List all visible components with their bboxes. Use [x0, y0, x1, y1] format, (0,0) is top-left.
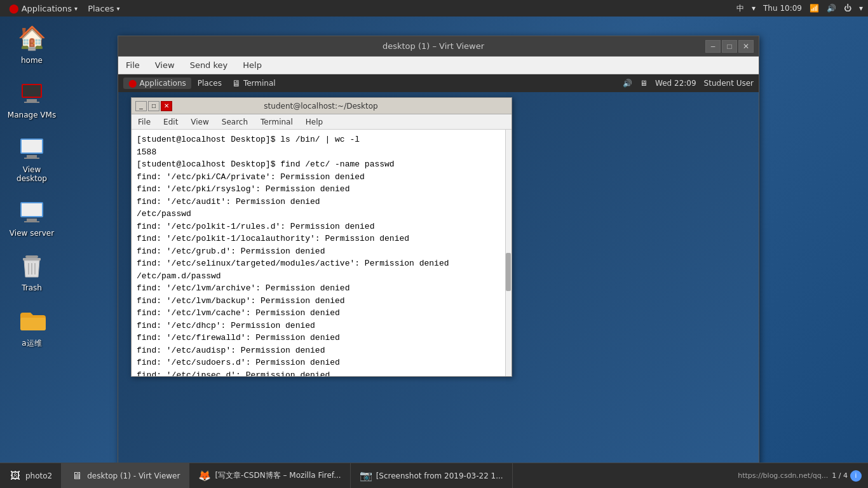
guest-applications-label: Applications — [139, 79, 186, 88]
terminal-line-1: 1588 — [137, 146, 499, 159]
terminal-content: [student@localhost Desktop]$ ls /bin/ | … — [137, 133, 506, 376]
host-applications-menu[interactable]: ⬤ Applications ▾ — [5, 2, 81, 15]
guest-places-label: Places — [198, 79, 222, 88]
svg-rect-7 — [22, 140, 42, 152]
guest-terminal-menu[interactable]: 🖥 Terminal — [228, 77, 280, 90]
terminal-scroll-thumb[interactable] — [506, 253, 511, 291]
virt-menu-send-key[interactable]: Send key — [182, 58, 236, 72]
svg-rect-6 — [24, 158, 39, 159]
terminal-line-6: /etc/passwd — [137, 208, 499, 220]
guest-os: _ □ ✕ student@localhost:~/Desktop File E… — [118, 92, 759, 468]
virt-menu-help[interactable]: Help — [235, 58, 269, 72]
virt-menu-view[interactable]: View — [147, 58, 182, 72]
virt-menubar: File View Send key Help — [118, 57, 759, 74]
virt-titlebar: desktop (1) – Virt Viewer – □ ✕ — [118, 36, 759, 57]
virt-viewer-window: desktop (1) – Virt Viewer – □ ✕ File Vie… — [118, 36, 759, 487]
desktop-icon-home[interactable]: 🏠 home — [6, 23, 57, 65]
guest-applications-menu[interactable]: ⬤ Applications — [123, 78, 191, 89]
view-desktop-icon — [17, 132, 47, 163]
guest-taskbar-right: 🔊 🖥 Wed 22:09 Student User — [623, 79, 754, 88]
terminal-line-17: find: '/etc/audisp': Permission denied — [137, 344, 499, 357]
guest-taskbar-top: ⬤ Applications Places 🖥 Terminal 🔊 🖥 Wed… — [118, 74, 759, 92]
virt-minimize-button[interactable]: – — [705, 40, 721, 53]
host-pager-circle[interactable]: i — [850, 470, 862, 482]
terminal-menu-file[interactable]: File — [132, 116, 157, 128]
terminal-line-12: find: '/etc/lvm/archive': Permission den… — [137, 282, 499, 295]
svg-rect-12 — [25, 255, 38, 258]
host-task-firefox[interactable]: 🦊 [写文章-CSDN博客 – Mozilla Firef... — [189, 463, 350, 488]
terminal-buttons: _ □ ✕ — [135, 101, 172, 111]
svg-rect-11 — [22, 203, 42, 216]
terminal-scrollbar[interactable] — [505, 130, 512, 376]
host-task-virt-viewer[interactable]: 🖥 desktop (1) - Virt Viewer — [62, 463, 189, 488]
wifi-icon: 📶 — [810, 4, 819, 13]
host-places-menu[interactable]: Places ▾ — [84, 3, 123, 15]
host-task-photo2[interactable]: 🖼 photo2 — [0, 463, 62, 488]
host-task-virt-label: desktop (1) - Virt Viewer — [87, 471, 180, 480]
host-pager: 1 / 4 i — [832, 470, 862, 482]
terminal-line-9: find: '/etc/grub.d': Permission denied — [137, 245, 499, 258]
desktop-icon-manage-vms[interactable]: Manage VMs — [6, 78, 57, 119]
host-taskbar-right: 中 ▾ Thu 10:09 📶 🔊 ⏻ ▾ — [736, 3, 863, 14]
guest-volume-icon: 🔊 — [623, 79, 632, 88]
view-server-label: View server — [10, 229, 54, 238]
virt-close-button[interactable]: ✕ — [738, 40, 754, 53]
host-task-screenshot-label: [Screenshot from 2019-03-22 1... — [376, 471, 503, 480]
host-taskbar-bottom-right: https://blog.csdn.net/qq... 1 / 4 i — [731, 470, 868, 482]
virt-viewer-title: desktop (1) – Virt Viewer — [161, 41, 705, 51]
chevron-down-icon: ▾ — [859, 4, 863, 13]
host-taskbar-top: ⬤ Applications ▾ Places ▾ 中 ▾ Thu 10:09 … — [0, 0, 868, 17]
terminal-body[interactable]: [student@localhost Desktop]$ ls /bin/ | … — [132, 130, 512, 376]
view-server-icon — [17, 196, 47, 226]
yunwei-label: a运维 — [22, 338, 41, 349]
terminal-titlebar: _ □ ✕ student@localhost:~/Desktop — [132, 98, 512, 114]
host-task-screenshot[interactable]: 📷 [Screenshot from 2019-03-22 1... — [351, 463, 513, 488]
power-icon[interactable]: ⏻ — [844, 4, 851, 13]
host-input-lang[interactable]: 中 — [736, 3, 744, 14]
desktop-icon-view-desktop[interactable]: View desktop — [6, 132, 57, 183]
terminal-line-14: find: '/etc/lvm/cache': Permission denie… — [137, 307, 499, 320]
terminal-minimize-button[interactable]: _ — [135, 101, 147, 111]
terminal-line-7: find: '/etc/polkit-1/rules.d': Permissio… — [137, 220, 499, 233]
desktop: 🏠 home Manage VMs View desktop View serv… — [0, 17, 868, 463]
terminal-menu-view[interactable]: View — [184, 116, 215, 128]
terminal-line-0: [student@localhost Desktop]$ ls /bin/ | … — [137, 133, 499, 146]
volume-icon: 🔊 — [827, 4, 836, 13]
host-taskbar-bottom: 🖼 photo2 🖥 desktop (1) - Virt Viewer 🦊 [… — [0, 463, 868, 488]
terminal-line-3: find: '/etc/pki/CA/private': Permission … — [137, 171, 499, 184]
desktop-icon-yunwei[interactable]: a运维 — [6, 305, 57, 349]
terminal-line-19: find: '/etc/ipsec.d': Permission denied — [137, 369, 499, 377]
view-desktop-label: View desktop — [6, 165, 57, 183]
terminal-menu-terminal[interactable]: Terminal — [254, 116, 299, 128]
terminal-close-button[interactable]: ✕ — [161, 101, 172, 111]
terminal-menu-help[interactable]: Help — [299, 116, 329, 128]
svg-rect-1 — [27, 99, 37, 102]
host-places-label[interactable]: Places — [88, 4, 114, 13]
terminal-line-16: find: '/etc/firewalld': Permission denie… — [137, 332, 499, 344]
terminal-maximize-button[interactable]: □ — [148, 101, 159, 111]
svg-rect-9 — [27, 219, 37, 221]
virt-menu-file[interactable]: File — [118, 58, 147, 72]
guest-taskbar-left: ⬤ Applications Places 🖥 Terminal — [123, 77, 280, 90]
terminal-line-11: /etc/pam.d/passwd — [137, 270, 499, 283]
desktop-icon-view-server[interactable]: View server — [6, 196, 57, 238]
svg-rect-13 — [23, 258, 41, 261]
terminal-menu-edit[interactable]: Edit — [157, 116, 184, 128]
terminal-menu-search[interactable]: Search — [215, 116, 254, 128]
desktop-icon-trash[interactable]: Trash — [6, 250, 57, 292]
host-applications-label[interactable]: Applications — [22, 4, 72, 13]
host-pager-text: 1 / 4 — [832, 471, 848, 480]
yunwei-folder-icon — [17, 305, 47, 336]
host-taskbar-left: ⬤ Applications ▾ Places ▾ — [5, 2, 124, 15]
chevron-down-icon: ▾ — [752, 4, 756, 13]
manage-vms-label: Manage VMs — [8, 111, 56, 119]
terminal-icon: 🖥 — [232, 78, 241, 88]
guest-places-menu[interactable]: Places — [194, 78, 226, 89]
host-url-bar: https://blog.csdn.net/qq... — [738, 471, 828, 480]
screenshot-icon: 📷 — [360, 470, 372, 482]
virt-maximize-button[interactable]: □ — [722, 40, 737, 53]
svg-rect-10 — [24, 221, 39, 222]
home-icon: 🏠 — [17, 23, 47, 53]
chevron-down-icon: ▾ — [74, 5, 78, 12]
chevron-down-icon: ▾ — [116, 5, 119, 12]
